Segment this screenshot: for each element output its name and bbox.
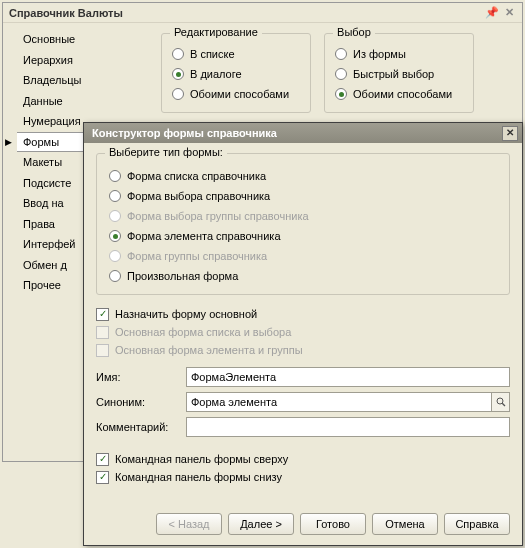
help-button[interactable]: Справка: [444, 513, 510, 535]
next-button[interactable]: Далее >: [228, 513, 294, 535]
edit-radio-dialog[interactable]: В диалоге: [172, 64, 300, 84]
choice-legend: Выбор: [333, 26, 375, 38]
svg-line-1: [502, 403, 505, 406]
check-panel-bottom[interactable]: ✓Командная панель формы снизу: [96, 468, 510, 486]
choice-group: Выбор Из формы Быстрый выбор Обоими спос…: [324, 33, 474, 113]
input-name[interactable]: ФормаЭлемента: [186, 367, 510, 387]
formtype-radio-arbitrary[interactable]: Произвольная форма: [109, 266, 497, 286]
formtype-radio-groupchoice: Форма выбора группы справочника: [109, 206, 497, 226]
choice-radio-both[interactable]: Обоими способами: [335, 84, 463, 104]
form-constructor-dialog: Конструктор формы справочника ✕ Выберите…: [83, 122, 523, 546]
synonym-lookup-button[interactable]: [492, 392, 510, 412]
nav-item-hierarchy[interactable]: Иерархия: [17, 50, 147, 71]
formtype-radio-list[interactable]: Форма списка справочника: [109, 166, 497, 186]
finish-button[interactable]: Готово: [300, 513, 366, 535]
check-main-list-choice: Основная форма списка и выбора: [96, 323, 510, 341]
check-panel-top[interactable]: ✓Командная панель формы сверху: [96, 450, 510, 468]
form-types-legend: Выберите тип формы:: [105, 146, 227, 158]
dialog-close-button[interactable]: ✕: [502, 126, 518, 141]
wizard-button-bar: < Назад Далее > Готово Отмена Справка: [84, 505, 522, 545]
formtype-radio-element[interactable]: Форма элемента справочника: [109, 226, 497, 246]
editing-legend: Редактирование: [170, 26, 262, 38]
label-synonym: Синоним:: [96, 396, 186, 408]
editing-group: Редактирование В списке В диалоге Обоими…: [161, 33, 311, 113]
choice-radio-fromform[interactable]: Из формы: [335, 44, 463, 64]
bg-title-text: Справочник Валюты: [9, 7, 123, 19]
cancel-button[interactable]: Отмена: [372, 513, 438, 535]
input-synonym[interactable]: Форма элемента: [186, 392, 492, 412]
input-comment[interactable]: [186, 417, 510, 437]
magnifier-icon: [496, 397, 506, 407]
close-icon[interactable]: ✕: [502, 6, 516, 20]
formtype-radio-group: Форма группы справочника: [109, 246, 497, 266]
check-main-element-group: Основная форма элемента и группы: [96, 341, 510, 359]
label-comment: Комментарий:: [96, 421, 186, 433]
check-set-main[interactable]: ✓Назначить форму основной: [96, 305, 510, 323]
dialog-titlebar: Конструктор формы справочника ✕: [84, 123, 522, 143]
choice-radio-quick[interactable]: Быстрый выбор: [335, 64, 463, 84]
bg-titlebar: Справочник Валюты 📌 ✕: [3, 3, 522, 23]
svg-point-0: [497, 398, 503, 404]
nav-item-data[interactable]: Данные: [17, 91, 147, 112]
edit-radio-list[interactable]: В списке: [172, 44, 300, 64]
dialog-title-text: Конструктор формы справочника: [92, 127, 277, 139]
edit-radio-both[interactable]: Обоими способами: [172, 84, 300, 104]
pin-icon[interactable]: 📌: [485, 6, 499, 20]
form-types-group: Выберите тип формы: Форма списка справоч…: [96, 153, 510, 295]
label-name: Имя:: [96, 371, 186, 383]
nav-item-owners[interactable]: Владельцы: [17, 70, 147, 91]
back-button: < Назад: [156, 513, 222, 535]
nav-item-main[interactable]: Основные: [17, 29, 147, 50]
formtype-radio-choice[interactable]: Форма выбора справочника: [109, 186, 497, 206]
